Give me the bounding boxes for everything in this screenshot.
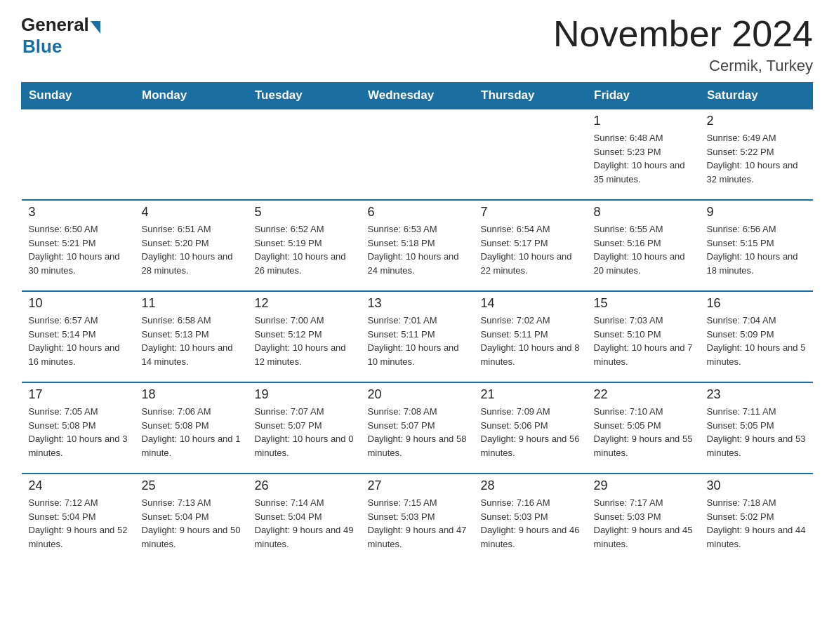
day-number: 27 [368,478,467,493]
day-number: 6 [368,205,467,220]
day-info: Sunrise: 6:55 AMSunset: 5:16 PMDaylight:… [594,222,693,277]
day-info: Sunrise: 7:13 AMSunset: 5:04 PMDaylight:… [142,496,241,551]
day-number: 20 [368,387,467,402]
day-info: Sunrise: 7:11 AMSunset: 5:05 PMDaylight:… [707,405,806,459]
day-info: Sunrise: 6:48 AMSunset: 5:23 PMDaylight:… [594,131,693,186]
day-number: 28 [481,478,580,493]
calendar-week-row: 1Sunrise: 6:48 AMSunset: 5:23 PMDaylight… [22,109,813,200]
day-number: 3 [29,205,128,220]
calendar-cell: 1Sunrise: 6:48 AMSunset: 5:23 PMDaylight… [587,109,700,200]
calendar-cell: 14Sunrise: 7:02 AMSunset: 5:11 PMDayligh… [474,291,587,382]
month-title: November 2024 [553,14,813,54]
day-number: 10 [29,296,128,311]
day-number: 24 [29,478,128,493]
day-info: Sunrise: 6:52 AMSunset: 5:19 PMDaylight:… [255,222,354,277]
calendar-cell: 17Sunrise: 7:05 AMSunset: 5:08 PMDayligh… [22,382,135,474]
calendar-cell [22,109,135,200]
logo-arrow-icon [91,21,100,34]
calendar-body: 1Sunrise: 6:48 AMSunset: 5:23 PMDaylight… [22,109,813,565]
logo-general-text: General [21,14,89,36]
day-info: Sunrise: 6:57 AMSunset: 5:14 PMDaylight:… [29,314,128,368]
day-number: 15 [594,296,693,311]
location: Cermik, Turkey [553,57,813,75]
day-info: Sunrise: 7:01 AMSunset: 5:11 PMDaylight:… [368,314,467,368]
calendar-cell: 24Sunrise: 7:12 AMSunset: 5:04 PMDayligh… [22,474,135,565]
calendar-cell: 23Sunrise: 7:11 AMSunset: 5:05 PMDayligh… [700,382,813,474]
day-info: Sunrise: 6:54 AMSunset: 5:17 PMDaylight:… [481,222,580,277]
day-info: Sunrise: 6:56 AMSunset: 5:15 PMDaylight:… [707,222,806,277]
day-number: 26 [255,478,354,493]
day-number: 8 [594,205,693,220]
logo: General Blue [21,14,100,58]
day-of-week-header: Sunday [22,83,135,109]
calendar-cell: 25Sunrise: 7:13 AMSunset: 5:04 PMDayligh… [135,474,248,565]
calendar-cell: 5Sunrise: 6:52 AMSunset: 5:19 PMDaylight… [248,200,361,291]
day-number: 19 [255,387,354,402]
calendar-cell: 20Sunrise: 7:08 AMSunset: 5:07 PMDayligh… [361,382,474,474]
calendar-cell: 7Sunrise: 6:54 AMSunset: 5:17 PMDaylight… [474,200,587,291]
day-number: 7 [481,205,580,220]
calendar-cell: 29Sunrise: 7:17 AMSunset: 5:03 PMDayligh… [587,474,700,565]
day-info: Sunrise: 7:10 AMSunset: 5:05 PMDaylight:… [594,405,693,459]
calendar-cell: 2Sunrise: 6:49 AMSunset: 5:22 PMDaylight… [700,109,813,200]
logo-blue-text: Blue [22,36,62,58]
day-info: Sunrise: 6:53 AMSunset: 5:18 PMDaylight:… [368,222,467,277]
day-number: 23 [707,387,806,402]
calendar-header: SundayMondayTuesdayWednesdayThursdayFrid… [22,83,813,109]
day-info: Sunrise: 7:00 AMSunset: 5:12 PMDaylight:… [255,314,354,368]
day-of-week-header: Tuesday [248,83,361,109]
calendar-table: SundayMondayTuesdayWednesdayThursdayFrid… [21,82,813,565]
calendar-week-row: 17Sunrise: 7:05 AMSunset: 5:08 PMDayligh… [22,382,813,474]
title-block: November 2024 Cermik, Turkey [553,14,813,75]
calendar-cell: 16Sunrise: 7:04 AMSunset: 5:09 PMDayligh… [700,291,813,382]
calendar-week-row: 3Sunrise: 6:50 AMSunset: 5:21 PMDaylight… [22,200,813,291]
calendar-week-row: 10Sunrise: 6:57 AMSunset: 5:14 PMDayligh… [22,291,813,382]
day-info: Sunrise: 7:05 AMSunset: 5:08 PMDaylight:… [29,405,128,459]
calendar-week-row: 24Sunrise: 7:12 AMSunset: 5:04 PMDayligh… [22,474,813,565]
calendar-cell: 11Sunrise: 6:58 AMSunset: 5:13 PMDayligh… [135,291,248,382]
calendar-cell: 30Sunrise: 7:18 AMSunset: 5:02 PMDayligh… [700,474,813,565]
day-info: Sunrise: 7:02 AMSunset: 5:11 PMDaylight:… [481,314,580,368]
day-info: Sunrise: 7:08 AMSunset: 5:07 PMDaylight:… [368,405,467,459]
day-info: Sunrise: 7:14 AMSunset: 5:04 PMDaylight:… [255,496,354,551]
day-info: Sunrise: 6:50 AMSunset: 5:21 PMDaylight:… [29,222,128,277]
day-number: 16 [707,296,806,311]
calendar-cell: 13Sunrise: 7:01 AMSunset: 5:11 PMDayligh… [361,291,474,382]
day-of-week-header: Wednesday [361,83,474,109]
day-number: 14 [481,296,580,311]
day-of-week-header: Thursday [474,83,587,109]
calendar-cell: 26Sunrise: 7:14 AMSunset: 5:04 PMDayligh… [248,474,361,565]
calendar-cell: 21Sunrise: 7:09 AMSunset: 5:06 PMDayligh… [474,382,587,474]
day-number: 9 [707,205,806,220]
calendar-cell: 22Sunrise: 7:10 AMSunset: 5:05 PMDayligh… [587,382,700,474]
day-number: 30 [707,478,806,493]
day-info: Sunrise: 6:51 AMSunset: 5:20 PMDaylight:… [142,222,241,277]
day-info: Sunrise: 7:09 AMSunset: 5:06 PMDaylight:… [481,405,580,459]
day-number: 4 [142,205,241,220]
day-info: Sunrise: 7:15 AMSunset: 5:03 PMDaylight:… [368,496,467,551]
calendar-cell: 28Sunrise: 7:16 AMSunset: 5:03 PMDayligh… [474,474,587,565]
day-info: Sunrise: 7:18 AMSunset: 5:02 PMDaylight:… [707,496,806,551]
calendar-cell: 19Sunrise: 7:07 AMSunset: 5:07 PMDayligh… [248,382,361,474]
day-info: Sunrise: 7:06 AMSunset: 5:08 PMDaylight:… [142,405,241,459]
day-number: 18 [142,387,241,402]
day-info: Sunrise: 7:17 AMSunset: 5:03 PMDaylight:… [594,496,693,551]
day-number: 5 [255,205,354,220]
day-of-week-header: Monday [135,83,248,109]
calendar-cell: 9Sunrise: 6:56 AMSunset: 5:15 PMDaylight… [700,200,813,291]
day-number: 12 [255,296,354,311]
day-number: 25 [142,478,241,493]
calendar-cell: 3Sunrise: 6:50 AMSunset: 5:21 PMDaylight… [22,200,135,291]
calendar-cell: 18Sunrise: 7:06 AMSunset: 5:08 PMDayligh… [135,382,248,474]
day-number: 21 [481,387,580,402]
day-number: 2 [707,114,806,128]
day-number: 17 [29,387,128,402]
day-info: Sunrise: 6:58 AMSunset: 5:13 PMDaylight:… [142,314,241,368]
calendar-cell: 8Sunrise: 6:55 AMSunset: 5:16 PMDaylight… [587,200,700,291]
day-header-row: SundayMondayTuesdayWednesdayThursdayFrid… [22,83,813,109]
page-header: General Blue November 2024 Cermik, Turke… [21,14,813,75]
calendar-cell: 15Sunrise: 7:03 AMSunset: 5:10 PMDayligh… [587,291,700,382]
calendar-cell [474,109,587,200]
day-info: Sunrise: 6:49 AMSunset: 5:22 PMDaylight:… [707,131,806,186]
calendar-cell [135,109,248,200]
